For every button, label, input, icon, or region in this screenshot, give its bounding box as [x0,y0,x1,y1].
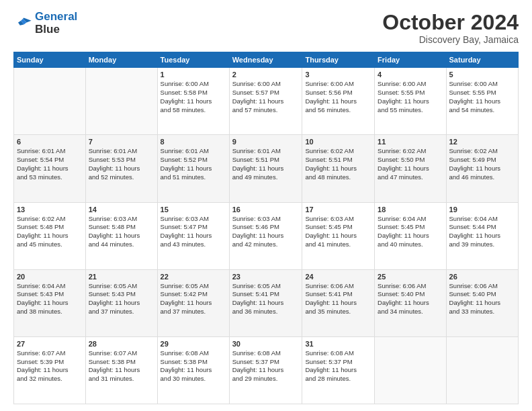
day-number: 4 [378,71,443,79]
calendar-cell [14,68,86,135]
calendar-cell: 31Sunrise: 6:08 AM Sunset: 5:37 PM Dayli… [302,336,375,404]
day-number: 1 [161,71,226,79]
calendar-cell: 24Sunrise: 6:06 AM Sunset: 5:41 PM Dayli… [302,269,375,336]
calendar-cell [446,336,518,404]
day-number: 14 [89,205,154,214]
calendar-cell: 23Sunrise: 6:05 AM Sunset: 5:41 PM Dayli… [229,269,302,336]
day-info: Sunrise: 6:01 AM Sunset: 5:53 PM Dayligh… [89,147,154,181]
calendar-cell: 2Sunrise: 6:00 AM Sunset: 5:57 PM Daylig… [229,68,302,135]
weekday-header: Sunday [14,52,86,68]
calendar-cell: 1Sunrise: 6:00 AM Sunset: 5:58 PM Daylig… [157,68,229,135]
day-info: Sunrise: 6:04 AM Sunset: 5:44 PM Dayligh… [449,215,515,249]
day-info: Sunrise: 6:05 AM Sunset: 5:41 PM Dayligh… [232,282,300,316]
calendar-cell: 19Sunrise: 6:04 AM Sunset: 5:44 PM Dayli… [446,202,518,269]
day-number: 21 [89,273,154,281]
calendar-week-row: 13Sunrise: 6:02 AM Sunset: 5:48 PM Dayli… [14,202,519,269]
day-info: Sunrise: 6:02 AM Sunset: 5:51 PM Dayligh… [305,147,371,181]
calendar-cell: 4Sunrise: 6:00 AM Sunset: 5:55 PM Daylig… [375,68,446,135]
day-info: Sunrise: 6:00 AM Sunset: 5:55 PM Dayligh… [378,80,443,114]
day-info: Sunrise: 6:07 AM Sunset: 5:39 PM Dayligh… [17,349,83,383]
calendar-cell: 11Sunrise: 6:02 AM Sunset: 5:50 PM Dayli… [375,135,446,202]
day-number: 26 [449,273,515,281]
day-info: Sunrise: 6:01 AM Sunset: 5:52 PM Dayligh… [161,147,226,181]
day-number: 5 [449,71,515,79]
calendar-cell [85,68,157,135]
day-info: Sunrise: 6:04 AM Sunset: 5:45 PM Dayligh… [378,215,443,249]
calendar-cell: 25Sunrise: 6:06 AM Sunset: 5:40 PM Dayli… [375,269,446,336]
day-info: Sunrise: 6:04 AM Sunset: 5:43 PM Dayligh… [17,282,83,316]
calendar-week-row: 6Sunrise: 6:01 AM Sunset: 5:54 PM Daylig… [14,135,519,202]
calendar-cell: 5Sunrise: 6:00 AM Sunset: 5:55 PM Daylig… [446,68,518,135]
calendar-cell: 28Sunrise: 6:07 AM Sunset: 5:38 PM Dayli… [85,336,157,404]
weekday-header: Wednesday [229,52,302,68]
day-info: Sunrise: 6:02 AM Sunset: 5:48 PM Dayligh… [17,215,83,249]
day-info: Sunrise: 6:06 AM Sunset: 5:41 PM Dayligh… [305,282,371,316]
day-info: Sunrise: 6:01 AM Sunset: 5:51 PM Dayligh… [232,147,300,181]
weekday-header: Saturday [446,52,518,68]
weekday-header: Friday [375,52,446,68]
day-number: 19 [449,205,515,214]
title-block: October 2024 Discovery Bay, Jamaica [382,11,519,45]
day-info: Sunrise: 6:01 AM Sunset: 5:54 PM Dayligh… [17,147,83,181]
day-number: 28 [89,340,154,348]
calendar-cell: 15Sunrise: 6:03 AM Sunset: 5:47 PM Dayli… [157,202,229,269]
day-number: 20 [17,273,83,281]
calendar-cell: 30Sunrise: 6:08 AM Sunset: 5:37 PM Dayli… [229,336,302,404]
logo-icon [13,14,32,33]
day-info: Sunrise: 6:00 AM Sunset: 5:58 PM Dayligh… [161,80,226,114]
day-number: 23 [232,273,300,281]
calendar-cell: 20Sunrise: 6:04 AM Sunset: 5:43 PM Dayli… [14,269,86,336]
calendar-cell: 27Sunrise: 6:07 AM Sunset: 5:39 PM Dayli… [14,336,86,404]
day-info: Sunrise: 6:05 AM Sunset: 5:42 PM Dayligh… [161,282,226,316]
day-info: Sunrise: 6:06 AM Sunset: 5:40 PM Dayligh… [378,282,443,316]
calendar-cell [375,336,446,404]
day-number: 25 [378,273,443,281]
day-number: 15 [161,205,226,214]
day-number: 8 [161,138,226,146]
day-number: 16 [232,205,300,214]
day-number: 29 [161,340,226,348]
calendar-header-row: SundayMondayTuesdayWednesdayThursdayFrid… [14,52,519,68]
day-info: Sunrise: 6:00 AM Sunset: 5:55 PM Dayligh… [449,80,515,114]
calendar-cell: 16Sunrise: 6:03 AM Sunset: 5:46 PM Dayli… [229,202,302,269]
logo: General Blue [13,11,77,36]
day-number: 7 [89,138,154,146]
day-info: Sunrise: 6:08 AM Sunset: 5:37 PM Dayligh… [305,349,371,383]
day-info: Sunrise: 6:00 AM Sunset: 5:57 PM Dayligh… [232,80,300,114]
calendar-week-row: 27Sunrise: 6:07 AM Sunset: 5:39 PM Dayli… [14,336,519,404]
day-number: 30 [232,340,300,348]
page-header: General Blue October 2024 Discovery Bay,… [13,11,519,45]
calendar-cell: 9Sunrise: 6:01 AM Sunset: 5:51 PM Daylig… [229,135,302,202]
calendar-cell: 6Sunrise: 6:01 AM Sunset: 5:54 PM Daylig… [14,135,86,202]
day-number: 27 [17,340,83,348]
location: Discovery Bay, Jamaica [382,34,519,45]
day-number: 17 [305,205,371,214]
calendar-cell: 10Sunrise: 6:02 AM Sunset: 5:51 PM Dayli… [302,135,375,202]
calendar-cell: 3Sunrise: 6:00 AM Sunset: 5:56 PM Daylig… [302,68,375,135]
day-number: 3 [305,71,371,79]
day-info: Sunrise: 6:02 AM Sunset: 5:49 PM Dayligh… [449,147,515,181]
day-info: Sunrise: 6:03 AM Sunset: 5:46 PM Dayligh… [232,215,300,249]
day-number: 6 [17,138,83,146]
calendar-table: SundayMondayTuesdayWednesdayThursdayFrid… [13,52,519,404]
calendar-cell: 7Sunrise: 6:01 AM Sunset: 5:53 PM Daylig… [85,135,157,202]
calendar-cell: 21Sunrise: 6:05 AM Sunset: 5:43 PM Dayli… [85,269,157,336]
day-number: 12 [449,138,515,146]
day-number: 22 [161,273,226,281]
day-number: 13 [17,205,83,214]
month-title: October 2024 [382,11,519,34]
weekday-header: Thursday [302,52,375,68]
day-info: Sunrise: 6:06 AM Sunset: 5:40 PM Dayligh… [449,282,515,316]
day-number: 9 [232,138,300,146]
day-number: 11 [378,138,443,146]
day-number: 2 [232,71,300,79]
day-info: Sunrise: 6:03 AM Sunset: 5:45 PM Dayligh… [305,215,371,249]
calendar-cell: 12Sunrise: 6:02 AM Sunset: 5:49 PM Dayli… [446,135,518,202]
weekday-header: Monday [85,52,157,68]
calendar-cell: 22Sunrise: 6:05 AM Sunset: 5:42 PM Dayli… [157,269,229,336]
weekday-header: Tuesday [157,52,229,68]
day-info: Sunrise: 6:08 AM Sunset: 5:38 PM Dayligh… [161,349,226,383]
day-info: Sunrise: 6:07 AM Sunset: 5:38 PM Dayligh… [89,349,154,383]
day-info: Sunrise: 6:02 AM Sunset: 5:50 PM Dayligh… [378,147,443,181]
calendar-cell: 14Sunrise: 6:03 AM Sunset: 5:48 PM Dayli… [85,202,157,269]
